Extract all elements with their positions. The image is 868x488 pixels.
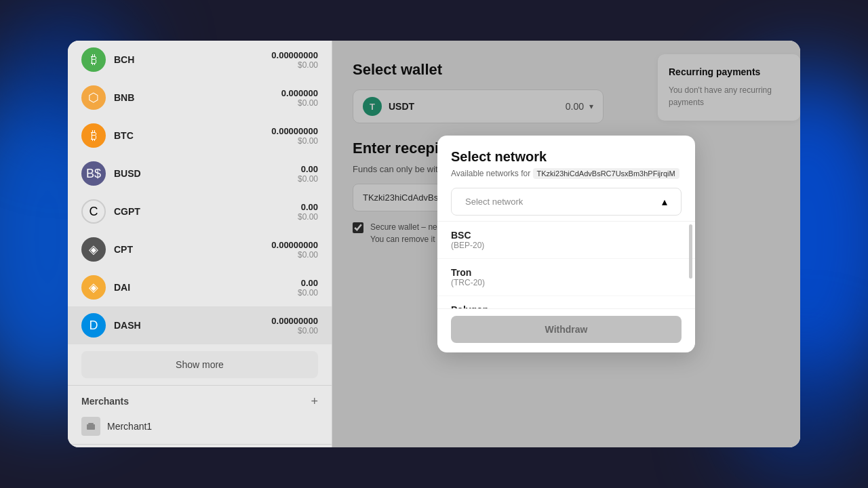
modal-footer: Withdraw: [437, 308, 695, 352]
wallet-name-btc: BTC: [114, 130, 134, 141]
wallet-amounts-dash: 0.00000000 $0.00: [271, 316, 318, 336]
chevron-up-icon: ▴: [662, 195, 667, 208]
wallet-amounts-bch: 0.00000000 $0.00: [271, 50, 318, 70]
show-more-button[interactable]: Show more: [81, 351, 318, 378]
sidebar-wallet-bnb[interactable]: ⬡ BNB 0.000000 $0.00: [68, 79, 332, 117]
wallet-amounts-btc: 0.00000000 $0.00: [271, 126, 318, 146]
add-merchant-button[interactable]: +: [311, 395, 318, 407]
merchant-item[interactable]: Merchant1: [68, 411, 332, 441]
wallet-name-cpt: CPT: [114, 244, 133, 255]
merchants-label: Merchants: [81, 396, 129, 407]
sidebar-wallet-busd[interactable]: B$ BUSD 0.00 $0.00: [68, 155, 332, 192]
wallet-icon-cgpt: C: [81, 199, 106, 224]
wallet-icon-dash: D: [81, 313, 106, 338]
sidebar-wallet-btc[interactable]: ₿ BTC 0.00000000 $0.00: [68, 117, 332, 155]
modal-subtitle: Available networks for TKzki23hiCdAdvBsR…: [451, 169, 682, 178]
wallet-amounts-busd: 0.00 $0.00: [298, 164, 318, 184]
network-item-polygon[interactable]: Polygon (ERC-20): [437, 296, 695, 308]
select-network-modal: Select network Available networks for TK…: [437, 136, 695, 352]
scrollbar[interactable]: [689, 224, 692, 279]
wallet-icon-bnb: ⬡: [81, 85, 106, 110]
wallet-icon-bch: ₿: [81, 47, 106, 72]
sidebar-wallet-cpt[interactable]: ◈ CPT 0.00000000 $0.00: [68, 230, 332, 268]
wallet-amounts-cgpt: 0.00 $0.00: [298, 202, 318, 222]
modal-title: Select network: [451, 149, 682, 165]
wallet-name-dash: DASH: [114, 320, 141, 331]
sidebar: ₿ BCH 0.00000000 $0.00 ⬡ BNB 0.000000 $0…: [68, 41, 332, 447]
svg-rect-0: [87, 424, 95, 430]
wallet-name-bnb: BNB: [114, 92, 134, 103]
sidebar-wallet-dash[interactable]: D DASH 0.00000000 $0.00: [68, 306, 332, 344]
network-item-tron[interactable]: Tron (TRC-20): [437, 259, 695, 296]
wallet-amounts-dai: 0.00 $0.00: [298, 278, 318, 298]
sidebar-wallet-bch[interactable]: ₿ BCH 0.00000000 $0.00: [68, 41, 332, 79]
svg-rect-1: [88, 423, 94, 424]
merchant-name: Merchant1: [107, 421, 152, 432]
wallet-icon-busd: B$: [81, 161, 106, 186]
modal-overlay[interactable]: Select network Available networks for TK…: [332, 41, 800, 447]
wallet-name-busd: BUSD: [114, 168, 141, 179]
wallet-icon-cpt: ◈: [81, 237, 106, 262]
wallet-name-cgpt: CGPT: [114, 206, 140, 217]
wallet-icon-btc: ₿: [81, 123, 106, 148]
wallet-name-bch: BCH: [114, 54, 134, 65]
withdraw-button[interactable]: Withdraw: [451, 316, 682, 343]
wallet-amounts-cpt: 0.00000000 $0.00: [271, 240, 318, 260]
sidebar-wallet-dai[interactable]: ◈ DAI 0.00 $0.00: [68, 268, 332, 306]
merchants-section-header: Merchants +: [68, 388, 332, 411]
sidebar-wallet-cgpt[interactable]: C CGPT 0.00 $0.00: [68, 192, 332, 230]
wallet-name-dai: DAI: [114, 282, 130, 293]
network-item-bsc[interactable]: BSC (BEP-20): [437, 222, 695, 259]
wallet-icon-dai: ◈: [81, 275, 106, 300]
network-selector-label: Select network: [465, 197, 523, 207]
merchant-icon: [81, 417, 100, 436]
wallet-amounts-bnb: 0.000000 $0.00: [281, 88, 318, 108]
network-selector-bar[interactable]: Select network ▴: [451, 188, 682, 216]
main-container: ₿ BCH 0.00000000 $0.00 ⬡ BNB 0.000000 $0…: [68, 41, 800, 447]
modal-header: Select network Available networks for TK…: [437, 136, 695, 188]
modal-address-tag: TKzki23hiCdAdvBsRC7UsxBm3hPFijrqiM: [533, 168, 679, 179]
network-dropdown: BSC (BEP-20) Tron (TRC-20) Polygon (ERC-…: [437, 221, 695, 308]
main-content: Recurring payments You don't have any re…: [332, 41, 800, 447]
